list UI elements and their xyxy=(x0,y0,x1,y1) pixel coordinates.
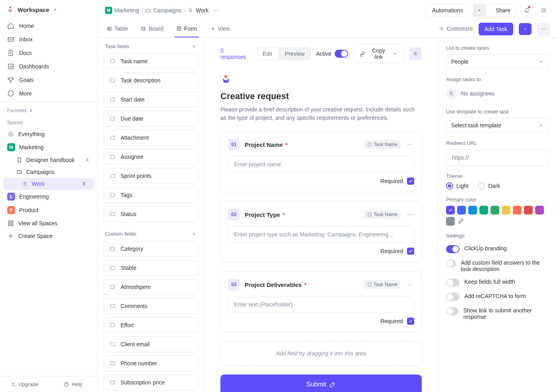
tree-work[interactable]: Work8 xyxy=(3,178,94,190)
submit-button[interactable]: Submit xyxy=(220,374,422,392)
edit-mode-button[interactable]: Edit xyxy=(256,48,278,60)
field-more-button[interactable]: ⋯ xyxy=(405,140,414,149)
add-task-dropdown[interactable] xyxy=(519,23,532,35)
favorites-section[interactable]: Favorites xyxy=(0,104,97,116)
custom-field-item[interactable]: Subscription price xyxy=(103,374,199,390)
tab-board[interactable]: Board xyxy=(139,21,165,37)
notifications-button[interactable] xyxy=(520,4,533,17)
automations-dropdown[interactable] xyxy=(473,4,486,17)
space-engineering[interactable]: EEngineering xyxy=(0,190,97,203)
field-type-pill[interactable]: Task Name xyxy=(364,210,401,219)
required-checkbox[interactable] xyxy=(407,177,414,185)
color-swatch[interactable] xyxy=(491,206,499,215)
setting-show-link[interactable]: Show link to submit another response xyxy=(446,304,549,323)
custom-field-item[interactable]: Category xyxy=(103,241,199,257)
list-select[interactable]: People xyxy=(446,54,549,69)
upgrade-button[interactable]: Upgrade xyxy=(0,376,49,392)
nav-docs[interactable]: Docs xyxy=(0,46,97,60)
task-field-item[interactable]: Assignee xyxy=(103,149,199,165)
toggle-off[interactable] xyxy=(446,307,458,315)
add-task-button[interactable]: Add Task xyxy=(479,23,513,35)
toggle-off[interactable] xyxy=(446,259,456,267)
toggle-off[interactable] xyxy=(446,279,460,287)
setting-recaptcha[interactable]: Add reCAPTCHA to form xyxy=(446,290,549,304)
custom-field-item[interactable]: Effort xyxy=(103,317,199,333)
nav-dashboards[interactable]: Dashboards xyxy=(0,60,97,73)
color-swatch[interactable] xyxy=(457,206,466,215)
form-field-card[interactable]: 01 Project Name * Task Name ⋯ Enter proj… xyxy=(220,131,422,192)
custom-field-item[interactable]: Client email xyxy=(103,336,199,352)
setting-branding[interactable]: ClickUp branding xyxy=(446,242,549,256)
nav-home[interactable]: Home xyxy=(0,19,97,33)
task-field-item[interactable]: Task name xyxy=(103,53,199,69)
field-input[interactable]: Enter project type such as Marketing, Ca… xyxy=(228,226,414,243)
task-field-item[interactable]: Tags xyxy=(103,187,199,203)
form-settings-button[interactable] xyxy=(409,47,422,60)
task-field-item[interactable]: Attachment xyxy=(103,130,199,146)
tree-designer-handbook[interactable]: Designer handbook4 xyxy=(0,154,97,166)
breadcrumb-more[interactable]: ⋯ xyxy=(211,6,220,15)
help-button[interactable]: Help xyxy=(49,376,98,392)
custom-field-item[interactable]: Stable xyxy=(103,260,199,276)
setting-custom-field[interactable]: Add custom field answers to the task des… xyxy=(446,256,549,275)
form-title[interactable]: Creative request xyxy=(220,91,422,101)
color-swatch[interactable] xyxy=(513,206,522,215)
nav-inbox[interactable]: Inbox xyxy=(0,33,97,46)
redirect-input[interactable] xyxy=(446,149,549,166)
custom-field-item[interactable]: Phone number xyxy=(103,355,199,371)
preview-mode-button[interactable]: Preview xyxy=(278,48,310,60)
color-swatch[interactable] xyxy=(535,206,544,215)
drop-zone[interactable]: Add field by dragging it into this area xyxy=(220,341,422,366)
field-input[interactable]: Enter project name xyxy=(228,156,414,173)
template-select[interactable]: Select task template xyxy=(446,118,549,133)
create-space[interactable]: Create Space xyxy=(0,230,97,242)
task-fields-header[interactable]: Task fields xyxy=(98,38,204,53)
toggle-on[interactable] xyxy=(446,245,460,253)
space-marketing[interactable]: MMarketing xyxy=(0,140,97,154)
task-field-item[interactable]: Sprint points xyxy=(103,168,199,184)
custom-field-item[interactable]: Comments xyxy=(103,298,199,314)
toggle-off[interactable] xyxy=(446,293,460,301)
task-field-item[interactable]: Start date xyxy=(103,92,199,107)
field-more-button[interactable]: ⋯ xyxy=(405,280,414,289)
form-description[interactable]: Please provide a brief description of yo… xyxy=(220,105,422,122)
required-checkbox[interactable] xyxy=(407,248,414,255)
field-more-button[interactable]: ⋯ xyxy=(405,210,414,219)
custom-fields-header[interactable]: Custom fields xyxy=(98,225,204,241)
task-field-item[interactable]: Task description xyxy=(103,72,199,88)
theme-light-radio[interactable]: Light xyxy=(446,182,468,189)
tree-campaigns[interactable]: Campaigns xyxy=(0,166,97,178)
automations-button[interactable]: Automations xyxy=(426,4,469,17)
more-menu-button[interactable]: ⋯ xyxy=(537,23,550,35)
form-field-card[interactable]: 03 Project Deliverables * Task Name ⋯ En… xyxy=(220,271,422,332)
required-checkbox[interactable] xyxy=(407,318,414,325)
color-swatch[interactable] xyxy=(446,217,455,226)
task-field-item[interactable]: Status xyxy=(103,206,199,222)
view-all-spaces[interactable]: View all Spaces xyxy=(0,217,97,230)
setting-full-width[interactable]: Keep fields full width xyxy=(446,275,549,290)
form-field-card[interactable]: 02 Project Type * Task Name ⋯ Enter proj… xyxy=(220,201,422,262)
tab-form[interactable]: Form xyxy=(175,21,199,37)
active-toggle[interactable] xyxy=(335,50,348,58)
workspace-switcher[interactable]: Workspace xyxy=(0,0,97,19)
nav-goals[interactable]: Goals xyxy=(0,73,97,87)
panel-button[interactable] xyxy=(537,4,550,17)
theme-dark-radio[interactable]: Dark xyxy=(478,182,500,189)
crumb-list[interactable]: Work xyxy=(196,7,208,14)
share-button[interactable]: Share xyxy=(490,4,516,17)
nav-more[interactable]: More xyxy=(0,87,97,100)
tab-add-view[interactable]: View xyxy=(208,21,232,37)
space-product[interactable]: PProduct xyxy=(0,203,97,217)
color-swatch[interactable] xyxy=(479,206,488,215)
crumb-space[interactable]: Marketing xyxy=(115,7,139,14)
field-type-pill[interactable]: Task Name xyxy=(364,140,401,149)
custom-field-item[interactable]: Atmoshpere xyxy=(103,279,199,295)
customize-button[interactable]: Customize xyxy=(439,22,473,36)
space-everything[interactable]: Everything xyxy=(0,128,97,140)
copy-link-button[interactable]: Copy link xyxy=(354,44,404,63)
tab-table[interactable]: Table xyxy=(105,21,129,37)
eyedropper-icon[interactable] xyxy=(457,218,464,225)
task-field-item[interactable]: Due date xyxy=(103,111,199,127)
color-swatch[interactable] xyxy=(524,206,533,215)
field-type-pill[interactable]: Task Name xyxy=(364,280,401,289)
